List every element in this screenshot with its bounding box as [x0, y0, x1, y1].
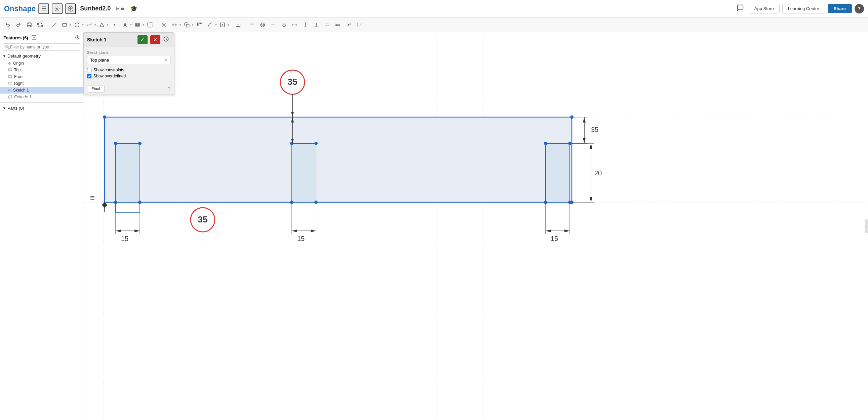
shape-tool-group[interactable]: ▾	[97, 20, 108, 30]
circle-tool-button[interactable]	[72, 20, 82, 30]
search-box: 🔍	[3, 44, 80, 51]
midpoint-button[interactable]	[344, 20, 354, 30]
share-button[interactable]: Share	[828, 4, 852, 13]
comment-icon[interactable]	[737, 4, 744, 13]
mirror-tool-button[interactable]	[169, 20, 180, 30]
point-tool-button[interactable]	[109, 20, 119, 30]
pattern-button[interactable]	[194, 20, 205, 30]
help-button[interactable]: ?	[855, 4, 864, 13]
collinear-button[interactable]	[268, 20, 278, 30]
redo-button[interactable]	[13, 20, 24, 30]
circle-dropdown-arrow[interactable]: ▾	[82, 23, 84, 27]
add-feature-icon[interactable]	[32, 35, 36, 41]
import-tool-button[interactable]	[217, 20, 227, 30]
sketch-confirm-button[interactable]: ✓	[137, 35, 148, 44]
svg-point-28	[261, 24, 263, 26]
menu-button[interactable]: ☰	[38, 3, 49, 14]
symmetric-button[interactable]	[354, 20, 364, 30]
spline-tool-group[interactable]: ▾	[84, 20, 96, 30]
undo-button[interactable]	[3, 20, 13, 30]
horizontal-button[interactable]	[290, 20, 300, 30]
tree-item-right[interactable]: Right	[0, 80, 83, 87]
svg-marker-79	[583, 117, 586, 122]
svg-point-0	[57, 8, 58, 9]
refresh-button[interactable]	[35, 20, 45, 30]
text-tool-group[interactable]: A ▾	[120, 20, 132, 30]
tree-item-sketch1[interactable]: ✏ Sketch 1	[0, 87, 83, 93]
sketch-fillet-group[interactable]: ▾	[205, 20, 217, 30]
feature-tree: ▼ Default geometry ⊙ Origin Top Front	[0, 52, 83, 420]
offset-dropdown-arrow[interactable]: ▾	[143, 23, 144, 27]
svg-point-69	[290, 142, 293, 145]
line-tool-button[interactable]	[49, 20, 59, 30]
parts-label: Parts (0)	[7, 106, 24, 111]
sketch-cancel-button[interactable]: ✕	[150, 35, 160, 44]
rectangle-tool-group[interactable]: ▾	[60, 20, 71, 30]
default-geometry-header[interactable]: ▼ Default geometry	[0, 52, 83, 60]
trim-button[interactable]	[159, 20, 169, 30]
document-title[interactable]: Sunbed2.0	[80, 5, 111, 12]
show-constraints-checkbox[interactable]	[87, 68, 91, 72]
svg-point-63	[103, 115, 106, 119]
parallel-button[interactable]	[322, 20, 332, 30]
right-panel-handle[interactable]: ‹	[865, 219, 868, 233]
circle-tool-group[interactable]: ▾	[72, 20, 84, 30]
construction-button[interactable]	[145, 20, 155, 30]
tree-item-top[interactable]: Top	[0, 67, 83, 73]
features-header: Features (6)	[0, 32, 83, 42]
svg-point-70	[314, 142, 318, 145]
perpendicular-button[interactable]	[311, 20, 321, 30]
offset-tool-button[interactable]	[132, 20, 143, 30]
spline-tool-button[interactable]	[84, 20, 94, 30]
copy-dropdown-arrow[interactable]: ▾	[192, 23, 194, 27]
learning-center-button[interactable]: Learning Center	[782, 4, 825, 13]
tangent-button[interactable]	[279, 20, 289, 30]
copy-tool-group[interactable]: ▾	[182, 20, 194, 30]
shape-tool-button[interactable]	[97, 20, 107, 30]
tree-item-origin[interactable]: ⊙ Origin	[0, 60, 83, 67]
final-button[interactable]: Final	[87, 85, 104, 92]
svg-rect-15	[186, 24, 189, 27]
app-store-button[interactable]: App Store	[749, 4, 780, 13]
text-tool-button[interactable]: A	[120, 20, 130, 30]
show-constraints-label[interactable]: Show constraints	[93, 68, 124, 72]
sketch-fillet-button[interactable]	[205, 20, 215, 30]
parts-header[interactable]: ▼ Parts (0)	[0, 104, 83, 112]
feature-timer-icon[interactable]	[75, 35, 80, 41]
sketch-plane-clear-button[interactable]: ✕	[164, 58, 167, 63]
svg-rect-50	[8, 75, 12, 77]
document-branch[interactable]: Main	[116, 6, 125, 11]
show-overdefined-row: Show overdefined	[87, 74, 170, 78]
coincident-button[interactable]	[247, 20, 257, 30]
save-button[interactable]	[24, 20, 34, 30]
tree-item-front[interactable]: Front	[0, 73, 83, 80]
import-tool-group[interactable]: ▾	[217, 20, 229, 30]
svg-rect-51	[8, 82, 12, 84]
show-overdefined-label[interactable]: Show overdefined	[93, 74, 126, 78]
fillet-dropdown-arrow[interactable]: ▾	[215, 23, 217, 27]
shape-dropdown-arrow[interactable]: ▾	[107, 23, 108, 27]
equal-button[interactable]	[333, 20, 343, 30]
spline-dropdown-arrow[interactable]: ▾	[94, 23, 96, 27]
copy-tool-button[interactable]	[182, 20, 192, 30]
dimension-button[interactable]	[233, 20, 243, 30]
onshape-logo[interactable]: Onshape	[4, 4, 36, 13]
vertical-button[interactable]	[301, 20, 311, 30]
rectangle-tool-button[interactable]	[60, 20, 70, 30]
settings-button[interactable]	[52, 3, 63, 14]
show-overdefined-checkbox[interactable]	[87, 74, 91, 78]
sketch-timer-icon[interactable]	[163, 36, 170, 44]
text-dropdown-arrow[interactable]: ▾	[130, 23, 132, 27]
offset-tool-group[interactable]: ▾	[132, 20, 144, 30]
mirror-dropdown-arrow[interactable]: ▾	[180, 23, 181, 27]
svg-marker-100	[564, 229, 570, 232]
canvas[interactable]: 35 20 ≡ 15 15	[83, 32, 868, 420]
rectangle-dropdown-arrow[interactable]: ▾	[70, 23, 71, 27]
search-input[interactable]	[10, 45, 78, 50]
concentric-button[interactable]	[257, 20, 268, 30]
import-dropdown-arrow[interactable]: ▾	[227, 23, 229, 27]
tree-item-extrude1[interactable]: Extrude 1	[0, 93, 83, 100]
add-feature-button[interactable]	[65, 3, 76, 14]
mirror-tool-group[interactable]: ▾	[169, 20, 181, 30]
sketch-help-icon[interactable]: ?	[168, 86, 170, 91]
